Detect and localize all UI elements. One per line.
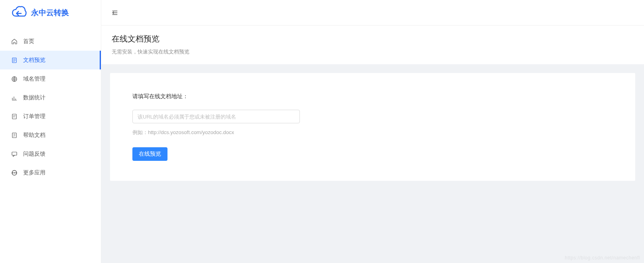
sidebar-item-help[interactable]: 帮助文档: [0, 126, 101, 144]
sidebar-nav: 首页 文档预览 域名管理 数据统计: [0, 26, 101, 182]
sidebar-item-label: 首页: [23, 38, 34, 45]
stats-icon: [11, 95, 18, 101]
domain-icon: [11, 76, 18, 82]
sidebar-item-orders[interactable]: 订单管理: [0, 107, 101, 126]
preview-button[interactable]: 在线预览: [132, 147, 167, 161]
svg-rect-2: [12, 114, 16, 119]
svg-rect-4: [12, 152, 17, 155]
svg-point-6: [14, 172, 15, 173]
order-icon: [11, 113, 18, 120]
sidebar-item-home[interactable]: 首页: [0, 32, 101, 51]
sidebar-item-label: 更多应用: [23, 169, 45, 176]
brand-name: 永中云转换: [31, 8, 69, 18]
sidebar-collapse-button[interactable]: [110, 8, 120, 18]
page-title: 在线文档预览: [112, 34, 634, 44]
brand-logo[interactable]: 永中云转换: [0, 0, 101, 26]
url-label: 请填写在线文档地址：: [132, 93, 613, 100]
sidebar-item-label: 帮助文档: [23, 132, 45, 139]
help-doc-icon: [11, 132, 18, 138]
more-apps-icon: [11, 170, 18, 176]
sidebar-item-label: 数据统计: [23, 94, 45, 101]
svg-point-7: [16, 172, 16, 173]
sidebar-item-stats[interactable]: 数据统计: [0, 88, 101, 107]
sidebar-item-label: 订单管理: [23, 113, 45, 120]
topbar: [101, 0, 644, 26]
home-icon: [11, 38, 18, 45]
sidebar-item-doc-preview[interactable]: 文档预览: [0, 51, 101, 69]
sidebar-item-domain[interactable]: 域名管理: [0, 69, 101, 88]
feedback-icon: [11, 151, 18, 157]
brand-cloud-icon: [11, 5, 27, 21]
sidebar-item-more[interactable]: 更多应用: [0, 163, 101, 182]
main: 在线文档预览 无需安装，快速实现在线文档预览 请填写在线文档地址： 例如：htt…: [101, 0, 644, 263]
page-header: 在线文档预览 无需安装，快速实现在线文档预览: [101, 26, 644, 64]
page-subtitle: 无需安装，快速实现在线文档预览: [112, 48, 634, 55]
svg-point-5: [12, 172, 13, 173]
preview-card: 请填写在线文档地址： 例如：http://dcs.yozosoft.com/yo…: [110, 73, 635, 181]
sidebar: 永中云转换 首页 文档预览 域名管理: [0, 0, 101, 263]
url-hint: 例如：http://dcs.yozosoft.com/yozodoc.docx: [132, 129, 613, 136]
sidebar-item-label: 域名管理: [23, 75, 45, 83]
doc-preview-icon: [11, 57, 18, 63]
sidebar-item-label: 文档预览: [23, 57, 45, 64]
document-url-input[interactable]: [132, 110, 300, 123]
sidebar-item-label: 问题反馈: [23, 150, 45, 158]
sidebar-item-feedback[interactable]: 问题反馈: [0, 144, 101, 163]
content: 请填写在线文档地址： 例如：http://dcs.yozosoft.com/yo…: [101, 64, 644, 263]
